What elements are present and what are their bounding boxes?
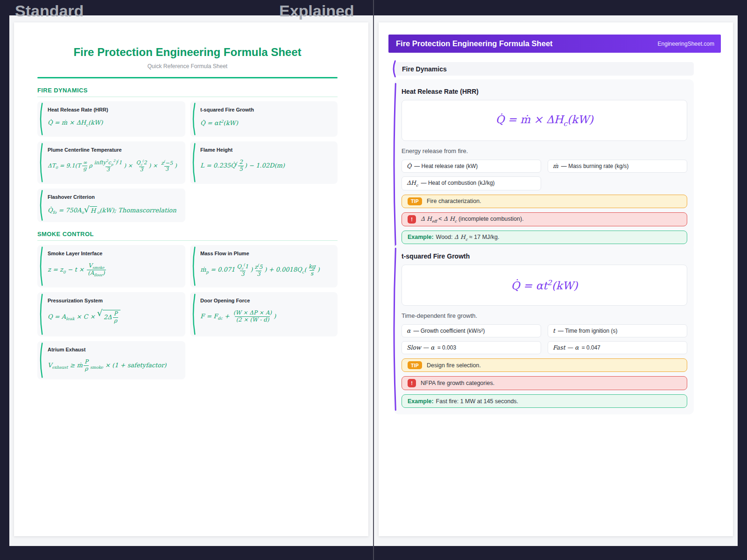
formula-card-title: Mass Flow in Plume [200, 251, 332, 256]
standard-page: Fire Protection Engineering Formula Shee… [14, 22, 368, 536]
formula-description: Time-dependent fire growth. [402, 312, 687, 319]
title-rule [37, 77, 338, 78]
formula-card-atrium-exhaust: Atrium Exhaust Vexhaust ≥ ṁPρsmoke × (1 … [37, 341, 185, 379]
standard-variant-label: Standard [15, 2, 84, 20]
card-bracket-icon [191, 143, 196, 182]
formula-card-title: Plume Centerline Temperature [48, 147, 180, 153]
section-heading-fire-dynamics: FIRE DYNAMICS [37, 87, 338, 97]
formula-expression: Q̇ = αt2(kW) [511, 279, 578, 292]
explained-panel: Fire Protection Engineering Formula Shee… [374, 15, 738, 546]
formula-expression: z = z0 − t × Vsmoke(Afloor) [48, 263, 180, 278]
variable-symbol: ṁ [553, 162, 558, 169]
standard-page-content: Fire Protection Engineering Formula Shee… [37, 46, 338, 379]
example-text: Wood: Δ Hc ≈ 17 MJ/kg. [436, 233, 500, 242]
sheet-header-title: Fire Protection Engineering Formula Shee… [396, 39, 553, 48]
fire-dynamics-card-grid: Heat Release Rate (HRR) Q̇ = ṁ × ΔHc(kW)… [37, 101, 338, 222]
card-bracket-icon [38, 103, 43, 135]
tip-callout: TIP Design fire selection. [402, 358, 687, 372]
formula-expression: Q̇ = αt2(kW) [200, 119, 332, 127]
formula-display-box: Q̇ = ṁ × ΔHc(kW) [402, 100, 687, 141]
formula-card-t-squared-growth: t-squared Fire Growth Q̇ = αt2(kW) [190, 101, 338, 137]
card-bracket-icon [38, 190, 43, 221]
variable-chip: α — Growth coefficient (kW/s²) [402, 324, 541, 337]
variable-chip: ΔHc — Heat of combustion (kJ/kg) [402, 176, 541, 190]
variable-chip: Q̇ — Heat release rate (kW) [402, 160, 541, 173]
example-label: Example: [408, 234, 434, 240]
variable-symbol: α [407, 327, 410, 334]
card-bracket-icon [392, 80, 396, 250]
variable-chip-grid: Q̇ — Heat release rate (kW) ṁ — Mass bur… [402, 160, 687, 190]
formula-expression: Q = Aleak × C × √2ΔPρ [48, 310, 180, 324]
card-bracket-icon [191, 246, 196, 286]
formula-card-title: Flame Height [200, 147, 332, 153]
formula-card-title: Door Opening Force [200, 298, 332, 303]
tip-text: Fire characterization. [427, 198, 481, 204]
formula-expression: F = Fdc + (W × ΔP × A)(2 × (W - d)) [200, 310, 332, 323]
card-bracket-icon [38, 343, 43, 378]
page-title: Fire Protection Engineering Formula Shee… [37, 46, 338, 59]
formula-card-title: Heat Release Rate (HRR) [48, 107, 180, 112]
warning-icon: ! [408, 379, 416, 387]
section-label: Fire Dynamics [402, 65, 447, 73]
variable-chip: Slow — α = 0.003 [402, 341, 541, 354]
tip-badge: TIP [408, 361, 422, 369]
formula-card-title: t-squared Fire Growth [200, 107, 332, 112]
formula-card-title: Pressurization System [48, 298, 180, 303]
warning-callout: ! NFPA fire growth categories. [402, 376, 687, 390]
explained-variant-label: Explained [279, 2, 354, 20]
section-bracket-icon [391, 61, 396, 77]
formula-card-title: Atrium Exhaust [48, 347, 180, 352]
formula-expression: L = 0.235Q̇(25) − 1.02D(m) [200, 159, 332, 172]
variable-description: — Heat of combustion (kJ/kg) [421, 180, 495, 186]
section-bar-fire-dynamics: Fire Dynamics [394, 62, 694, 76]
example-callout: Example: Wood: Δ Hc ≈ 17 MJ/kg. [402, 231, 687, 245]
warning-text: NFPA fire growth categories. [421, 380, 494, 386]
variable-symbol: Fast — α [553, 344, 579, 351]
explained-card-heat-release-rate: Heat Release Rate (HRR) Q̇ = ṁ × ΔHc(kW)… [394, 79, 694, 251]
variable-chip: ṁ — Mass burning rate (kg/s) [548, 160, 687, 173]
formula-card-title: Flashover Criterion [48, 194, 180, 200]
variable-description: — Growth coefficient (kW/s²) [413, 328, 485, 334]
variable-description: — Time from ignition (s) [558, 328, 617, 334]
formula-expression: ṁp = 0.071Qc(13)z(53) + 0.0018Qc(kgs) [200, 263, 332, 278]
card-bracket-icon [191, 103, 196, 135]
comparison-canvas: Standard Explained Fire Protection Engin… [0, 0, 747, 560]
variable-description: = 0.047 [582, 344, 600, 351]
formula-card-flashover-criterion: Flashover Criterion Q̇fo = 750Ao√Ho(kW);… [37, 189, 185, 222]
smoke-control-card-grid: Smoke Layer Interface z = z0 − t × Vsmok… [37, 245, 338, 379]
tip-text: Design fire selection. [427, 362, 481, 369]
formula-expression: ΔT0 = 9.1(T∞gρinfty2cp2)(13) × Qc(23) × … [48, 159, 180, 173]
variable-chip: Fast — α = 0.047 [548, 341, 687, 354]
formula-card-flame-height: Flame Height L = 0.235Q̇(25) − 1.02D(m) [190, 141, 338, 184]
formula-card-door-opening-force: Door Opening Force F = Fdc + (W × ΔP × A… [190, 292, 338, 336]
sheet-header: Fire Protection Engineering Formula Shee… [388, 35, 721, 53]
example-label: Example: [408, 398, 434, 405]
formula-expression: Vexhaust ≥ ṁPρsmoke × (1 + safetyfactor) [48, 359, 180, 372]
variable-description: — Mass burning rate (kg/s) [561, 163, 629, 169]
warning-text: Δ Heff < Δ Hc (incomplete combustion). [421, 215, 524, 224]
card-bracket-icon [38, 294, 43, 335]
formula-description: Energy release from fire. [402, 147, 687, 154]
standard-panel: Fire Protection Engineering Formula Shee… [9, 15, 373, 546]
formula-card-mass-flow-in-plume: Mass Flow in Plume ṁp = 0.071Qc(13)z(53)… [190, 245, 338, 287]
card-bracket-icon [38, 143, 43, 182]
variable-chip-grid: α — Growth coefficient (kW/s²) t — Time … [402, 324, 687, 354]
card-bracket-icon [392, 245, 396, 413]
variable-symbol: t [553, 327, 555, 334]
example-text: Fast fire: 1 MW at 145 seconds. [436, 398, 518, 405]
variable-symbol: Slow — α [407, 344, 435, 351]
example-callout: Example: Fast fire: 1 MW at 145 seconds. [402, 394, 687, 408]
panel-divider [373, 0, 374, 560]
explained-card-t-squared-growth: t-squared Fire Growth Q̇ = αt2(kW) Time-… [394, 244, 694, 414]
variable-symbol: Q̇ [407, 162, 411, 169]
formula-expression: Q̇ = ṁ × ΔHc(kW) [48, 119, 180, 127]
variable-description: — Heat release rate (kW) [414, 163, 478, 169]
variable-chip: t — Time from ignition (s) [548, 324, 687, 337]
card-bracket-icon [38, 246, 43, 286]
warning-icon: ! [408, 215, 416, 224]
formula-expression: Q̇ = ṁ × ΔHc(kW) [495, 113, 593, 128]
formula-card-title: Smoke Layer Interface [48, 251, 180, 256]
page-subtitle: Quick Reference Formula Sheet [37, 63, 338, 70]
formula-card-pressurization-system: Pressurization System Q = Aleak × C × √2… [37, 292, 185, 336]
formula-card-smoke-layer-interface: Smoke Layer Interface z = z0 − t × Vsmok… [37, 245, 185, 287]
